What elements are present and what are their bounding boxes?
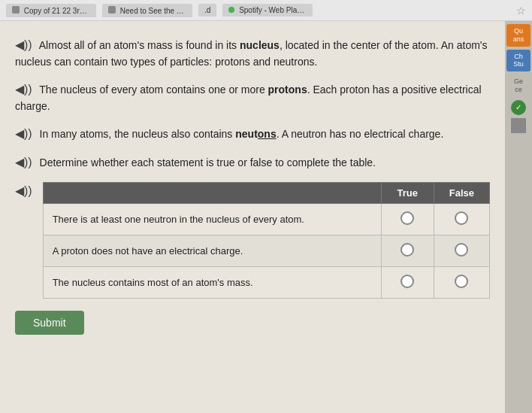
sidebar-gray-block xyxy=(511,118,526,133)
radio-circle-false-2[interactable] xyxy=(455,243,468,257)
audio-icon-5[interactable]: ◀)) xyxy=(15,184,32,198)
table-row: A proton does not have an electrical cha… xyxy=(43,235,489,267)
main-content: ◀)) Almost all of an atom's mass is foun… xyxy=(0,21,532,413)
paragraph-neutrons: ◀)) In many atoms, the nucleus also cont… xyxy=(15,125,490,143)
tab-need[interactable]: Need to See the Co... xyxy=(102,4,192,17)
sidebar-btn-ge[interactable]: Gece xyxy=(506,74,530,97)
table-section: ◀)) True False There is at least one neu… xyxy=(15,182,490,299)
right-sidebar: Quans ChStu Gece ✓ xyxy=(505,21,532,413)
tab-d[interactable]: .d xyxy=(198,4,216,17)
radio-false-3[interactable] xyxy=(434,267,489,299)
protons-bold: protons xyxy=(268,84,307,96)
submit-button[interactable]: Submit xyxy=(15,311,84,335)
true-false-table: True False There is at least one neutron… xyxy=(43,182,490,299)
col-false: False xyxy=(434,183,489,204)
table-row: The nucleus contains most of an atom's m… xyxy=(43,267,489,299)
statement-2: A proton does not have an electrical cha… xyxy=(43,235,381,267)
instruction-text: ◀)) Determine whether each statement is … xyxy=(15,153,490,172)
radio-false-1[interactable] xyxy=(434,204,489,235)
page-area: ◀)) Almost all of an atom's mass is foun… xyxy=(0,21,505,413)
table-row: There is at least one neutron in the nuc… xyxy=(43,204,489,235)
table-audio-col: ◀)) xyxy=(15,182,43,198)
spotify-dot-icon xyxy=(228,7,234,13)
radio-false-2[interactable] xyxy=(434,235,489,267)
tab-spotify[interactable]: Spotify - Web Player... xyxy=(222,4,313,17)
sidebar-btn-qa[interactable]: Quans xyxy=(506,24,530,47)
audio-icon-3[interactable]: ◀)) xyxy=(15,125,32,143)
radio-circle-true-3[interactable] xyxy=(401,275,414,288)
browser-bar: Copy of 21 22 3rd G... Need to See the C… xyxy=(0,0,532,21)
audio-icon-1[interactable]: ◀)) xyxy=(15,36,32,54)
radio-true-3[interactable] xyxy=(381,267,434,299)
radio-circle-true-2[interactable] xyxy=(401,243,414,257)
neutrons-bold: neutons xyxy=(235,128,276,140)
page-icon2 xyxy=(108,6,116,14)
paragraph-protons: ◀)) The nucleus of every atom contains o… xyxy=(15,80,490,114)
radio-true-1[interactable] xyxy=(381,204,434,235)
radio-true-2[interactable] xyxy=(381,235,434,267)
page-icon xyxy=(12,6,20,14)
col-true: True xyxy=(381,183,434,204)
radio-circle-false-3[interactable] xyxy=(455,275,468,288)
paragraph-nucleus: ◀)) Almost all of an atom's mass is foun… xyxy=(15,36,490,70)
audio-icon-2[interactable]: ◀)) xyxy=(15,80,32,99)
sidebar-green-circle-icon[interactable]: ✓ xyxy=(511,100,526,115)
statement-3: The nucleus contains most of an atom's m… xyxy=(43,267,381,299)
radio-circle-true-1[interactable] xyxy=(401,211,414,225)
sidebar-btn-ch[interactable]: ChStu xyxy=(506,50,530,72)
tab-copy[interactable]: Copy of 21 22 3rd G... xyxy=(6,4,96,17)
audio-icon-4[interactable]: ◀)) xyxy=(15,153,32,172)
nucleus-bold-1: nucleus xyxy=(240,39,280,51)
radio-circle-false-1[interactable] xyxy=(455,211,468,225)
bookmark-star-icon[interactable]: ☆ xyxy=(516,5,526,17)
statement-1: There is at least one neutron in the nuc… xyxy=(43,204,381,235)
col-statement xyxy=(43,183,381,204)
